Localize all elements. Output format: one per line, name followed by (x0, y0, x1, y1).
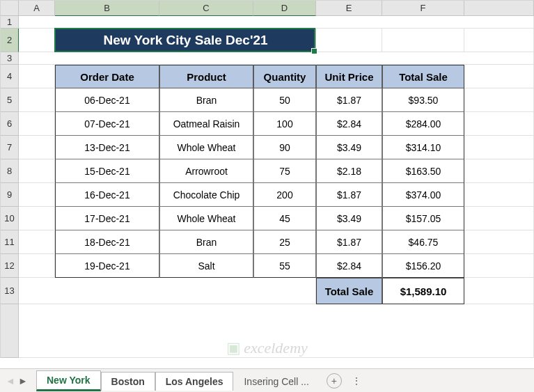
cell[interactable] (464, 29, 534, 52)
cell-price[interactable]: $1.87 (316, 88, 382, 112)
row-header-4[interactable]: 4 (1, 65, 19, 88)
spreadsheet-grid[interactable]: A B C D E F 1 2 New York City Sale Dec'2… (0, 0, 534, 358)
cell-total[interactable]: $284.00 (382, 112, 464, 136)
cell[interactable] (19, 254, 55, 278)
row-header-5[interactable]: 5 (1, 88, 19, 112)
cell-date[interactable]: 18-Dec-21 (55, 230, 159, 254)
row-header-10[interactable]: 10 (1, 207, 19, 230)
cell-date[interactable]: 17-Dec-21 (55, 207, 159, 230)
cell-date[interactable]: 07-Dec-21 (55, 112, 159, 136)
cell-total[interactable]: $163.50 (382, 159, 464, 183)
col-header-c[interactable]: C (159, 1, 253, 16)
cell-qty[interactable]: 55 (253, 254, 316, 278)
cell[interactable] (464, 159, 534, 183)
row-header-12[interactable]: 12 (1, 254, 19, 278)
cell-product[interactable]: Arrowroot (159, 159, 253, 183)
cell[interactable] (464, 183, 534, 207)
header-total-sale[interactable]: Total Sale (382, 65, 464, 88)
title-cell[interactable]: New York City Sale Dec'21 (55, 29, 316, 52)
cell-price[interactable]: $2.84 (316, 254, 382, 278)
cell[interactable] (464, 254, 534, 278)
cell[interactable] (19, 159, 55, 183)
header-order-date[interactable]: Order Date (55, 65, 159, 88)
cell-product[interactable]: Salt (159, 254, 253, 278)
cell-date[interactable]: 13-Dec-21 (55, 136, 159, 159)
cell[interactable] (382, 29, 464, 52)
cell[interactable] (19, 16, 534, 29)
row-header-1[interactable]: 1 (1, 16, 19, 29)
cell[interactable] (19, 29, 55, 52)
cell-qty[interactable]: 50 (253, 88, 316, 112)
cell-total[interactable]: $156.20 (382, 254, 464, 278)
cell[interactable] (19, 52, 534, 65)
cell[interactable] (19, 88, 55, 112)
cell-product[interactable]: Bran (159, 88, 253, 112)
cell[interactable] (19, 304, 534, 358)
cell[interactable] (19, 278, 316, 304)
cell-total[interactable]: $93.50 (382, 88, 464, 112)
cell-product[interactable]: Whole Wheat (159, 207, 253, 230)
header-unit-price[interactable]: Unit Price (316, 65, 382, 88)
cell[interactable] (464, 65, 534, 88)
row-header-9[interactable]: 9 (1, 183, 19, 207)
cell-price[interactable]: $1.87 (316, 230, 382, 254)
row-header-6[interactable]: 6 (1, 112, 19, 136)
col-header-d[interactable]: D (253, 1, 316, 16)
cell[interactable] (464, 230, 534, 254)
sheet-tab-new-york[interactable]: New York (36, 370, 101, 391)
tab-nav-prev-icon[interactable]: ◄ (4, 373, 17, 389)
row-header-13[interactable]: 13 (1, 278, 19, 304)
col-header-b[interactable]: B (55, 1, 159, 16)
cell[interactable] (19, 207, 55, 230)
total-value-cell[interactable]: $1,589.10 (382, 278, 464, 304)
cell-qty[interactable]: 100 (253, 112, 316, 136)
cell[interactable] (464, 278, 534, 304)
cell-qty[interactable]: 75 (253, 159, 316, 183)
sheet-tab-insering-cell[interactable]: Insering Cell ... (233, 372, 319, 391)
row-header-8[interactable]: 8 (1, 159, 19, 183)
new-sheet-button[interactable]: + (327, 373, 342, 389)
cell[interactable] (464, 112, 534, 136)
total-label-cell[interactable]: Total Sale (316, 278, 382, 304)
cell-price[interactable]: $2.18 (316, 159, 382, 183)
col-header-a[interactable]: A (19, 1, 55, 16)
cell-product[interactable]: Chocolate Chip (159, 183, 253, 207)
header-quantity[interactable]: Quantity (253, 65, 316, 88)
cell[interactable] (19, 230, 55, 254)
tab-menu-icon[interactable]: ⋮ (352, 375, 362, 386)
cell[interactable] (464, 136, 534, 159)
row-header-2[interactable]: 2 (1, 29, 19, 52)
cell-date[interactable]: 06-Dec-21 (55, 88, 159, 112)
cell[interactable] (19, 136, 55, 159)
cell[interactable] (19, 183, 55, 207)
cell[interactable] (19, 65, 55, 88)
cell-total[interactable]: $46.75 (382, 230, 464, 254)
select-all-corner[interactable] (1, 1, 19, 16)
cell[interactable] (316, 29, 382, 52)
cell-qty[interactable]: 200 (253, 183, 316, 207)
tab-nav-next-icon[interactable]: ► (17, 373, 29, 389)
cell[interactable] (19, 112, 55, 136)
cell-date[interactable]: 15-Dec-21 (55, 159, 159, 183)
cell-qty[interactable]: 25 (253, 230, 316, 254)
row-header-blank[interactable] (1, 304, 19, 358)
cell-price[interactable]: $2.84 (316, 112, 382, 136)
cell-price[interactable]: $1.87 (316, 183, 382, 207)
col-header-f[interactable]: F (382, 1, 464, 16)
header-product[interactable]: Product (159, 65, 253, 88)
row-header-7[interactable]: 7 (1, 136, 19, 159)
cell-date[interactable]: 19-Dec-21 (55, 254, 159, 278)
row-header-11[interactable]: 11 (1, 230, 19, 254)
col-header-blank[interactable] (464, 1, 534, 16)
cell-qty[interactable]: 90 (253, 136, 316, 159)
cell-price[interactable]: $3.49 (316, 207, 382, 230)
cell-product[interactable]: Oatmeal Raisin (159, 112, 253, 136)
sheet-tab-los-angeles[interactable]: Los Angeles (155, 372, 234, 391)
cell-product[interactable]: Whole Wheat (159, 136, 253, 159)
cell[interactable] (464, 207, 534, 230)
col-header-e[interactable]: E (316, 1, 382, 16)
cell[interactable] (464, 88, 534, 112)
cell-total[interactable]: $374.00 (382, 183, 464, 207)
cell-product[interactable]: Bran (159, 230, 253, 254)
sheet-tab-boston[interactable]: Boston (101, 372, 155, 391)
